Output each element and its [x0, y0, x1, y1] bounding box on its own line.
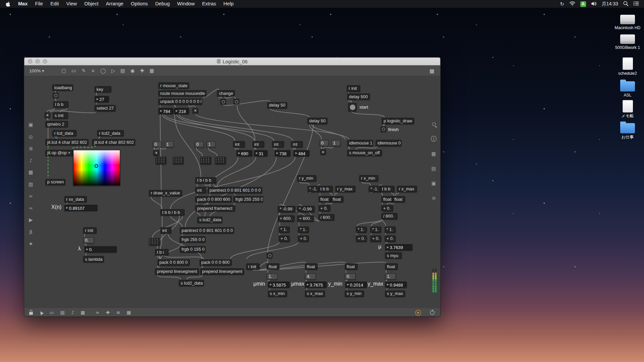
- snap-grid-icon[interactable]: ▦: [127, 310, 131, 315]
- toggle-box[interactable]: ×: [45, 113, 50, 118]
- object-box[interactable]: frgb 255 0 0: [180, 236, 205, 242]
- menu-max[interactable]: Max: [14, 0, 32, 8]
- select-icon[interactable]: ▲: [39, 310, 44, 315]
- message-box[interactable]: 0.: [84, 237, 94, 243]
- object-box[interactable]: paintrect 0 0 801 601 0 0 0: [208, 187, 262, 193]
- object-box[interactable]: * 1.: [279, 227, 289, 233]
- message-box[interactable]: 0: [195, 141, 204, 147]
- object-box[interactable]: float: [345, 263, 358, 269]
- object-box[interactable]: s lcd2_data: [179, 280, 204, 286]
- object-box[interactable]: float: [385, 263, 398, 269]
- object-box[interactable]: int: [161, 227, 171, 233]
- object-box[interactable]: r init: [347, 85, 360, 92]
- object-box[interactable]: t b b: [319, 186, 333, 192]
- message-box[interactable]: 1.: [385, 274, 396, 280]
- menu-options[interactable]: Options: [127, 0, 152, 8]
- desktop-icon[interactable]: メモ帳: [614, 100, 641, 119]
- comment-icon[interactable]: ▭: [50, 310, 54, 315]
- desktop-icon[interactable]: 500GBwork 1: [614, 35, 641, 50]
- object-box[interactable]: delay 50: [308, 118, 327, 124]
- object-box[interactable]: r y_max: [335, 186, 355, 192]
- object-box[interactable]: / 600.: [319, 214, 334, 220]
- object-box[interactable]: float: [382, 196, 394, 202]
- object-box[interactable]: float: [393, 196, 405, 202]
- number-box[interactable]: ▶0.9488: [385, 282, 407, 288]
- matrix-box[interactable]: [201, 157, 211, 164]
- object-box[interactable]: float: [319, 196, 331, 202]
- object-box[interactable]: r lcd2_data: [97, 130, 123, 136]
- layers-icon[interactable]: ▦: [431, 152, 436, 157]
- run-icon[interactable]: [415, 310, 421, 315]
- message-box[interactable]: 1: [331, 140, 340, 146]
- number-box[interactable]: ▶690: [236, 150, 252, 156]
- toggle-box[interactable]: ×: [154, 150, 159, 156]
- object-box[interactable]: float: [331, 196, 343, 202]
- object-box[interactable]: + 600.: [298, 216, 314, 222]
- object-box[interactable]: * 1.: [385, 227, 395, 233]
- number-box[interactable]: ▶3.7675: [305, 282, 327, 288]
- rect-tool[interactable]: ▢: [61, 68, 66, 73]
- number-box[interactable]: ▶3.5875: [268, 282, 290, 288]
- object-box[interactable]: r x_max: [397, 186, 417, 192]
- bang-button[interactable]: [348, 103, 356, 111]
- object-box[interactable]: s init: [53, 113, 68, 119]
- grid-icon[interactable]: ▦: [80, 310, 85, 315]
- object-box[interactable]: t b b: [380, 186, 394, 192]
- menubar-clock[interactable]: 月14:33: [602, 1, 618, 7]
- bang-button[interactable]: [381, 126, 386, 132]
- menu-help[interactable]: Help: [220, 0, 237, 8]
- object-box[interactable]: s myu: [385, 252, 402, 258]
- beap-icon[interactable]: β: [29, 229, 32, 234]
- menu-debug[interactable]: Debug: [152, 0, 173, 8]
- lock-icon[interactable]: [29, 312, 33, 315]
- object-box[interactable]: float: [305, 263, 318, 269]
- object-box[interactable]: t b b i b b: [161, 209, 184, 215]
- number-box[interactable]: ▶3.7639: [385, 244, 413, 250]
- object-box[interactable]: idlemouse 0: [376, 140, 401, 146]
- message-box[interactable]: 0: [153, 141, 162, 147]
- audio-icon[interactable]: ♪: [71, 310, 74, 315]
- message-box[interactable]: 1.: [267, 274, 278, 280]
- object-box[interactable]: * 1.: [370, 227, 381, 233]
- object-box[interactable]: jit.lcd 4 char 802 602: [93, 139, 135, 145]
- desktop-icon[interactable]: schedule2: [614, 57, 641, 76]
- object-box[interactable]: pack 0 0 0 600: [200, 259, 232, 265]
- play-tool[interactable]: ▷: [111, 68, 115, 73]
- menu-list-icon[interactable]: [633, 1, 639, 7]
- mixer-icon[interactable]: ≣: [29, 146, 33, 151]
- object-box[interactable]: key: [95, 86, 111, 92]
- number-box[interactable]: ▶0.2014: [345, 282, 367, 288]
- object-box[interactable]: t b i: [155, 249, 168, 255]
- filter-icon[interactable]: ≡: [432, 196, 436, 201]
- matrix-box[interactable]: [149, 238, 160, 245]
- menu-file[interactable]: File: [31, 0, 47, 8]
- presentation-icon[interactable]: ▤: [60, 310, 65, 315]
- paint-tool[interactable]: ▦: [150, 68, 154, 73]
- number-box[interactable]: ▶0.: [85, 246, 117, 252]
- message-box[interactable]: 0.: [345, 274, 356, 280]
- object-box[interactable]: int: [272, 141, 284, 147]
- object-box[interactable]: prepend linesegment: [155, 268, 199, 275]
- object-box[interactable]: delay 500: [347, 94, 370, 100]
- object-box[interactable]: s mouse_on_off: [347, 150, 382, 156]
- wifi-icon[interactable]: [569, 1, 575, 7]
- toggle-box[interactable]: ×: [193, 108, 198, 113]
- object-box[interactable]: t b i b b: [196, 177, 216, 183]
- panel-tool[interactable]: ▤: [120, 68, 125, 73]
- object-box[interactable]: s y_min: [345, 291, 364, 297]
- number-box[interactable]: ▶738: [275, 150, 290, 156]
- object-box[interactable]: idlemouse 1: [347, 140, 373, 146]
- music-icon[interactable]: ♪: [29, 158, 32, 163]
- object-box[interactable]: p screen: [46, 179, 65, 185]
- object-box[interactable]: + 0.: [382, 205, 393, 211]
- desktop-icon[interactable]: ASL: [614, 81, 641, 98]
- number-box[interactable]: ▶784: [159, 108, 173, 114]
- bang-button[interactable]: [53, 93, 58, 98]
- grid-toggle[interactable]: ▦: [429, 67, 440, 73]
- matrix-box[interactable]: [215, 157, 226, 164]
- object-box[interactable]: r init: [247, 263, 260, 269]
- object-box[interactable]: * 1.: [298, 227, 309, 233]
- object-box[interactable]: + 0.: [298, 236, 309, 242]
- volume-icon[interactable]: [591, 1, 597, 7]
- window-titlebar[interactable]: Logistic_06: [24, 57, 440, 65]
